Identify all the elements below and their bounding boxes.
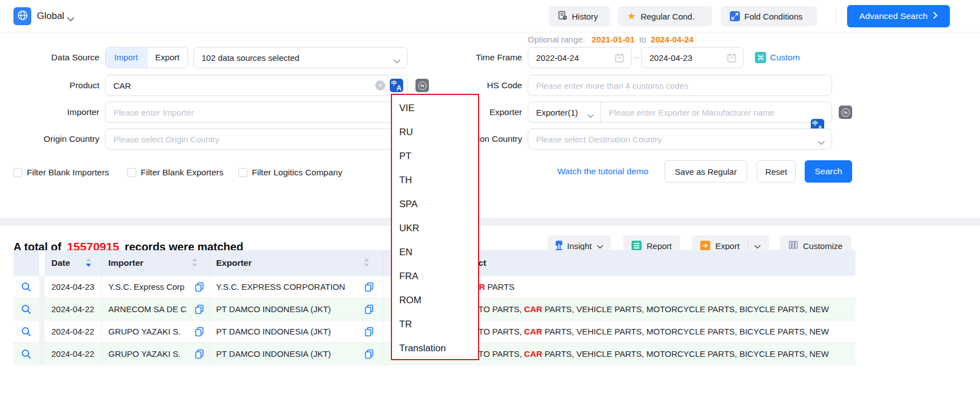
language-option-th[interactable]: TH xyxy=(392,168,478,192)
language-option-spa[interactable]: SPA xyxy=(392,192,478,216)
end-date-input[interactable]: 2024-04-23 xyxy=(641,47,744,68)
end-date-value: 2024-04-23 xyxy=(649,53,692,63)
sort-importer[interactable] xyxy=(192,258,197,267)
history-label: History xyxy=(572,12,598,21)
checkbox-filter-blank-exporters[interactable] xyxy=(127,168,136,177)
region-selector[interactable]: Global xyxy=(37,0,64,32)
language-option-tr[interactable]: TR xyxy=(392,312,478,336)
row-search-icon[interactable] xyxy=(21,326,32,339)
importer-cell: Y.S.C. Express Corp xyxy=(108,276,184,298)
checkbox-filter-blank-importers[interactable] xyxy=(13,168,22,177)
filter-blank-exporters-label: Filter Blank Exporters xyxy=(141,163,223,182)
importer-cell: ARNECOM SA DE C xyxy=(108,298,187,321)
row-search-icon[interactable] xyxy=(21,281,32,294)
sort-date[interactable] xyxy=(86,258,91,267)
copy-icon[interactable] xyxy=(364,282,374,294)
language-option-ru[interactable]: RU xyxy=(392,120,478,144)
topbar-divider xyxy=(836,8,836,24)
chevron-down-icon xyxy=(597,241,603,251)
copy-icon[interactable] xyxy=(194,304,204,316)
data-source-toggle: Import Export xyxy=(105,47,188,68)
language-option-en[interactable]: EN xyxy=(392,240,478,264)
range-dash: – xyxy=(633,47,640,68)
customize-label: Customize xyxy=(803,241,843,251)
language-option-vie[interactable]: VIE xyxy=(392,96,478,120)
fuzzy-search-icon[interactable]: ⇆ xyxy=(839,106,852,119)
custom-timeframe-button[interactable]: ⌘ Custom xyxy=(755,47,800,68)
chevron-down-icon[interactable] xyxy=(67,14,74,24)
exporter-scope-select[interactable]: Exporter(1) xyxy=(528,102,601,123)
translation-option[interactable]: Translation xyxy=(392,336,478,360)
hs-code-placeholder: Please enter more than 4 customs codes xyxy=(536,81,689,90)
exporter-input[interactable]: Please enter Exporter or Manufacturer na… xyxy=(600,102,832,123)
product-cell: AUTO PARTS, CAR PARTS, VEHICLE PARTS, MO… xyxy=(467,298,829,321)
time-frame-label: Time Frame xyxy=(391,47,522,68)
language-option-rom[interactable]: ROM xyxy=(392,288,478,312)
importer-input[interactable]: Please enter Importer xyxy=(105,102,408,123)
origin-country-label: Origin Country xyxy=(13,128,99,150)
advanced-search-button[interactable]: Advanced Search xyxy=(847,5,950,27)
copy-icon[interactable] xyxy=(194,282,204,294)
exporter-scope-value: Exporter(1) xyxy=(536,108,578,117)
highlight-term: CAR xyxy=(524,304,543,314)
product-cell: AUTO PARTS, CAR PARTS, VEHICLE PARTS, MO… xyxy=(467,321,829,343)
origin-country-placeholder: Please select Origin Country xyxy=(113,135,219,144)
product-label: Product xyxy=(13,75,99,96)
destination-country-placeholder: Please select Destination Country xyxy=(536,135,662,144)
report-label: Report xyxy=(647,241,672,251)
filter-logitics-company-label: Filter Logitics Company xyxy=(252,163,342,182)
data-source-label: Data Source xyxy=(13,47,99,68)
clear-icon[interactable]: × xyxy=(375,80,385,90)
optional-range-label: Optional range: xyxy=(528,35,585,44)
exporter-cell: PT DAMCO INDONESIA (JKT) xyxy=(216,321,331,343)
data-sources-value: 102 data sources selected xyxy=(202,53,299,63)
date-cell: 2024-04-22 xyxy=(51,321,94,343)
importer-label: Importer xyxy=(13,102,99,123)
insight-label: Insight xyxy=(567,241,592,251)
reset-button[interactable]: Reset xyxy=(757,160,796,183)
start-date-input[interactable]: 2022-04-24 xyxy=(528,47,632,68)
header-exporter: Exporter xyxy=(216,250,252,276)
data-sources-select[interactable]: 102 data sources selected xyxy=(193,47,408,68)
checkbox-filter-logitics-company[interactable] xyxy=(238,168,247,177)
copy-icon[interactable] xyxy=(364,304,374,316)
filter-blank-importers-label: Filter Blank Importers xyxy=(27,163,109,182)
sort-exporter[interactable] xyxy=(364,258,369,267)
header-importer: Importer xyxy=(108,250,144,276)
save-as-regular-button[interactable]: Save as Regular xyxy=(665,160,747,183)
language-option-ukr[interactable]: UKR xyxy=(392,216,478,240)
origin-country-select[interactable]: Please select Origin Country xyxy=(105,128,408,150)
calendar-icon xyxy=(727,53,737,65)
fold-conditions-button[interactable]: Fold Conditions xyxy=(721,6,817,26)
tab-export[interactable]: Export xyxy=(147,47,188,68)
product-input[interactable]: CAR xyxy=(105,75,408,96)
date-cell: 2024-04-22 xyxy=(51,298,94,321)
language-menu: VIE RU PT TH SPA UKR EN FRA ROM TR Trans… xyxy=(391,94,479,360)
regular-cond-button[interactable]: ★ Regular Cond. xyxy=(618,6,712,26)
tab-import[interactable]: Import xyxy=(106,47,147,68)
history-button[interactable]: History xyxy=(549,6,610,26)
destination-country-select[interactable]: Please select Destination Country xyxy=(528,128,832,150)
report-icon xyxy=(632,241,642,251)
hs-code-input[interactable]: Please enter more than 4 customs codes xyxy=(528,75,832,96)
language-option-pt[interactable]: PT xyxy=(392,144,478,168)
copy-icon[interactable] xyxy=(364,327,374,338)
tutorial-link[interactable]: Watch the tutorial demo xyxy=(557,160,648,183)
copy-icon[interactable] xyxy=(194,327,204,338)
optional-range-to: to xyxy=(639,35,647,44)
copy-icon[interactable] xyxy=(364,349,374,361)
row-search-icon[interactable] xyxy=(21,348,32,361)
highlight-term: CAR xyxy=(524,349,543,359)
star-icon: ★ xyxy=(627,11,636,21)
fold-icon xyxy=(730,11,740,21)
language-option-fra[interactable]: FRA xyxy=(392,264,478,288)
start-date-value: 2022-04-24 xyxy=(536,53,579,63)
command-icon: ⌘ xyxy=(755,52,766,63)
exporter-cell: PT DAMCO INDONESIA (JKT) xyxy=(216,298,331,321)
copy-icon[interactable] xyxy=(194,349,204,361)
row-search-icon[interactable] xyxy=(21,304,32,317)
exporter-cell: PT DAMCO INDONESIA (JKT) xyxy=(216,343,331,365)
chevron-down-icon xyxy=(754,241,761,251)
search-button[interactable]: Search xyxy=(805,160,852,183)
importer-placeholder: Please enter Importer xyxy=(113,108,194,117)
